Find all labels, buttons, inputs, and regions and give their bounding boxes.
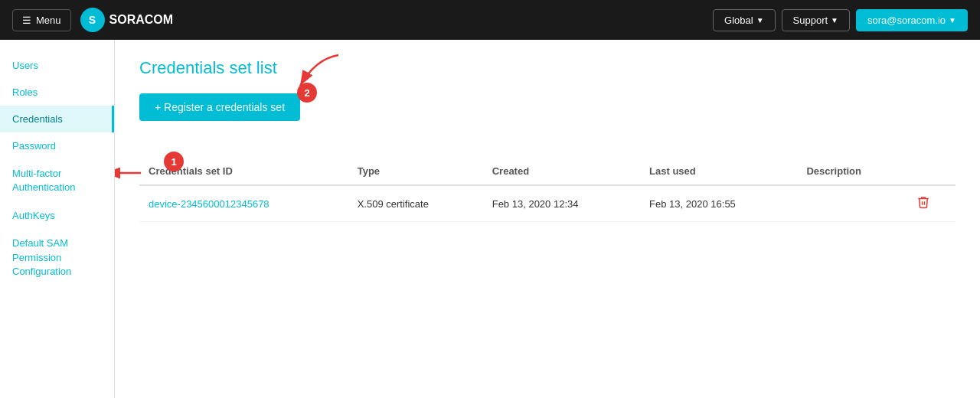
cell-created: Feb 13, 2020 12:34 bbox=[483, 185, 640, 222]
topnav-left: ☰ Menu S SORACOM bbox=[12, 8, 173, 32]
col-last-used: Last used bbox=[640, 158, 797, 185]
delete-button[interactable] bbox=[916, 195, 930, 212]
sidebar-item-users[interactable]: Users bbox=[0, 52, 114, 79]
chevron-down-icon: ▼ bbox=[831, 16, 838, 24]
menu-button[interactable]: ☰ Menu bbox=[12, 9, 71, 31]
credentials-table: Credentials set ID bbox=[139, 158, 956, 222]
main-content: Credentials set list + Register a creden… bbox=[115, 40, 980, 398]
register-button-label: + Register a credentials set bbox=[155, 101, 285, 113]
cell-last-used: Feb 13, 2020 16:55 bbox=[640, 185, 797, 222]
hamburger-icon: ☰ bbox=[22, 15, 31, 26]
trash-icon bbox=[916, 195, 930, 209]
cell-id: device-2345600012345678 bbox=[139, 185, 348, 222]
chevron-down-icon: ▼ bbox=[949, 16, 956, 24]
topnav-right: Global ▼ Support ▼ sora@soracom.io ▼ bbox=[713, 9, 968, 31]
sidebar-item-sam[interactable]: Default SAM Permission Configuration bbox=[0, 229, 114, 286]
page-title: Credentials set list bbox=[139, 58, 956, 78]
cell-description bbox=[797, 185, 906, 222]
main-layout: Users Roles Credentials Password Multi-f… bbox=[0, 40, 980, 398]
table-header-row: Credentials set ID bbox=[139, 158, 956, 185]
global-button[interactable]: Global ▼ bbox=[713, 9, 775, 31]
col-id: Credentials set ID bbox=[139, 158, 348, 185]
table-row: device-2345600012345678 X.509 certificat… bbox=[139, 185, 956, 222]
register-credentials-button[interactable]: + Register a credentials set bbox=[139, 93, 300, 121]
cell-actions bbox=[907, 185, 956, 222]
topnav: ☰ Menu S SORACOM Global ▼ Support ▼ sora… bbox=[0, 0, 980, 40]
logo-text: SORACOM bbox=[109, 13, 174, 27]
register-wrapper: + Register a credentials set 2 bbox=[139, 93, 300, 139]
credentials-id-link[interactable]: device-2345600012345678 bbox=[149, 198, 270, 210]
menu-label: Menu bbox=[36, 15, 61, 26]
cell-type: X.509 certificate bbox=[348, 185, 483, 222]
table-header: Credentials set ID bbox=[139, 158, 956, 185]
global-label: Global bbox=[724, 15, 753, 26]
logo-icon: S bbox=[80, 8, 105, 32]
table-body: device-2345600012345678 X.509 certificat… bbox=[139, 185, 956, 222]
support-label: Support bbox=[793, 15, 828, 26]
sidebar-item-authkeys[interactable]: AuthKeys bbox=[0, 202, 114, 229]
sidebar-item-password[interactable]: Password bbox=[0, 132, 114, 159]
sidebar-item-mfa[interactable]: Multi-factor Authentication bbox=[0, 159, 114, 202]
chevron-down-icon: ▼ bbox=[756, 16, 764, 24]
sidebar: Users Roles Credentials Password Multi-f… bbox=[0, 40, 115, 398]
logo: S SORACOM bbox=[80, 8, 174, 32]
col-type: Type bbox=[348, 158, 483, 185]
col-description: Description bbox=[797, 158, 906, 185]
sidebar-item-credentials[interactable]: Credentials bbox=[0, 106, 114, 132]
support-button[interactable]: Support ▼ bbox=[782, 9, 850, 31]
user-label: sora@soracom.io bbox=[867, 15, 946, 26]
col-created: Created bbox=[483, 158, 640, 185]
sidebar-item-roles[interactable]: Roles bbox=[0, 79, 114, 106]
col-actions bbox=[907, 158, 956, 185]
step1-arrow bbox=[115, 161, 145, 184]
user-button[interactable]: sora@soracom.io ▼ bbox=[856, 9, 968, 31]
